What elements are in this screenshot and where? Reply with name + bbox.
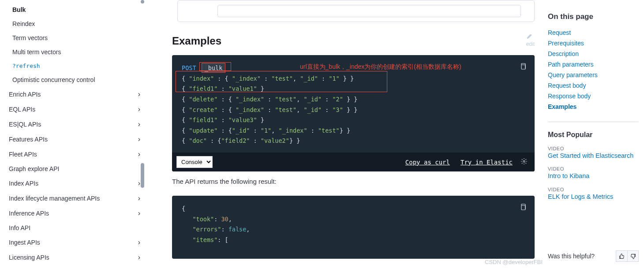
nav-item-label: Licensing APIs (9, 254, 49, 261)
feedback-question: Was this helpful? (548, 253, 595, 260)
nav-item[interactable]: Fleet APIs› (4, 147, 146, 162)
popular-item: VIDEOELK for Logs & Metrics (548, 187, 639, 201)
result-paragraph: The API returns the following result: (172, 178, 535, 185)
divider (548, 122, 639, 122)
popular-type: VIDEO (548, 146, 639, 151)
watermark: CSDN @developerFBI (485, 259, 543, 265)
edit-link[interactable]: edit (526, 34, 535, 47)
nav-item[interactable]: Info API (4, 221, 146, 235)
popular-item: VIDEOIntro to Kibana (548, 166, 639, 180)
nav-item-label: Inference APIs (9, 210, 49, 217)
nav-item-label: Reindex (12, 20, 35, 27)
toc-link[interactable]: Response body (548, 91, 639, 101)
nav-item-label: ?refresh (12, 63, 40, 69)
nav-item-label: Term vectors (12, 34, 48, 41)
annotation-text: url直接为_bulk，_index为你的创建的索引(相当数据库名称) (300, 61, 461, 72)
toc-heading: On this page (548, 12, 639, 21)
toc-link[interactable]: Examples (548, 101, 639, 112)
toc-link[interactable]: Query parameters (548, 70, 639, 80)
prev-card-fragment (177, 0, 535, 22)
popular-link[interactable]: Intro to Kibana (548, 171, 639, 180)
code-block-request: url直接为_bulk，_index为你的创建的索引(相当数据库名称) POST… (172, 55, 535, 171)
svg-rect-2 (521, 205, 525, 210)
thumbs-down-icon (630, 253, 636, 259)
try-in-elastic-link[interactable]: Try in Elastic (461, 159, 513, 166)
popular-type: VIDEO (548, 166, 639, 171)
nav-item[interactable]: Licensing APIs› (4, 250, 146, 265)
nav-item[interactable]: Ingest APIs› (4, 235, 146, 250)
popular-type: VIDEO (548, 187, 639, 192)
thumbs-up-button[interactable] (616, 250, 627, 262)
thumbs-down-button[interactable] (627, 250, 639, 262)
left-nav: BulkReindexTerm vectorsMulti term vector… (0, 0, 146, 268)
nav-item[interactable]: ES|QL APIs› (4, 117, 146, 132)
toc-link[interactable]: Request (548, 27, 639, 38)
toc-link[interactable]: Description (548, 48, 639, 59)
nav-item[interactable]: EQL APIs› (4, 102, 146, 117)
code-toolbar: Console Copy as curl Try in Elastic (172, 153, 535, 171)
copy-as-curl-link[interactable]: Copy as curl (405, 159, 450, 166)
nav-item[interactable]: Graph explore API (4, 162, 146, 176)
nav-item[interactable]: Features APIs› (4, 132, 146, 147)
nav-item-label: Index lifecycle management APIs (9, 195, 100, 202)
red-box-body (176, 71, 387, 92)
copy-icon[interactable] (520, 63, 527, 74)
svg-rect-0 (521, 65, 525, 69)
popular-item: VIDEOGet Started with Elasticsearch (548, 146, 639, 160)
nav-item-label: Bulk (12, 6, 26, 13)
gear-icon[interactable] (520, 158, 528, 166)
nav-item[interactable]: Inference APIs› (4, 206, 146, 221)
nav-item[interactable]: Index APIs› (4, 176, 146, 191)
console-select[interactable]: Console (176, 156, 213, 168)
nav-item[interactable]: Bulk (4, 3, 146, 17)
nav-item[interactable]: Term vectors (4, 31, 146, 45)
section-heading: Examples (172, 35, 221, 47)
pencil-icon (527, 34, 533, 41)
nav-item[interactable]: Optimistic concurrency control (4, 73, 146, 87)
nav-item[interactable]: Reindex (4, 17, 146, 31)
nav-item[interactable]: Enrich APIs› (4, 87, 146, 102)
red-box-endpoint (199, 62, 231, 71)
thumbs-up-icon (619, 253, 625, 259)
nav-item-label: Fleet APIs (9, 151, 37, 158)
right-sidebar: On this page RequestPrerequisitesDescrip… (548, 0, 644, 268)
popular-link[interactable]: ELK for Logs & Metrics (548, 192, 639, 201)
nav-item-label: Features APIs (9, 136, 48, 143)
nav-item-label: Info API (9, 224, 30, 231)
sidebar-scrollbar[interactable] (139, 0, 146, 268)
nav-item-label: Ingest APIs (9, 239, 40, 246)
nav-item-label: Graph explore API (9, 165, 59, 172)
toc-link[interactable]: Prerequisites (548, 38, 639, 48)
main-content: Examples edit url直接为_bulk，_index为你的创建的索引… (146, 0, 548, 268)
code-block-response: { "took": 30, "errors": false, "items": … (172, 196, 535, 259)
nav-item-label: Enrich APIs (9, 91, 41, 98)
nav-item[interactable]: Multi term vectors (4, 45, 146, 59)
copy-icon[interactable] (520, 204, 527, 214)
popular-link[interactable]: Get Started with Elasticsearch (548, 151, 639, 160)
nav-item[interactable]: ?refresh (4, 59, 146, 73)
nav-item-label: EQL APIs (9, 106, 35, 113)
toc-link[interactable]: Path parameters (548, 59, 639, 70)
feedback-bar: Was this helpful? (548, 250, 639, 262)
nav-item-label: Multi term vectors (12, 48, 61, 56)
nav-item[interactable]: Index lifecycle management APIs› (4, 191, 146, 206)
nav-item-label: Index APIs (9, 180, 38, 187)
svg-point-1 (523, 160, 525, 162)
toc-link[interactable]: Request body (548, 80, 639, 91)
nav-item-label: Optimistic concurrency control (12, 76, 95, 83)
nav-item-label: ES|QL APIs (9, 121, 41, 128)
popular-heading: Most Popular (548, 131, 639, 139)
